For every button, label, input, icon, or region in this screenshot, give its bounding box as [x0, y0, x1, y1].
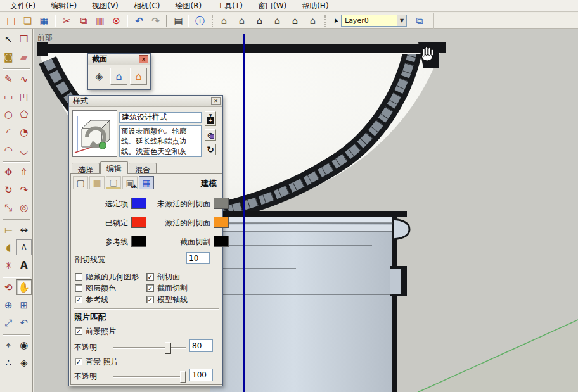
section-cut-color-swatch[interactable] [214, 236, 229, 247]
rotated-rectangle-tool[interactable]: ◳ [16, 89, 32, 104]
style-description-box[interactable]: 预设表面颜色。轮廓线、延长线和端点边线。浅蓝色天空和灰 [119, 125, 202, 157]
bg-opacity-slider-thumb[interactable] [180, 371, 186, 383]
offset-tool[interactable]: ◎ [16, 199, 32, 215]
dimension-tool[interactable]: ↔ [16, 222, 32, 237]
arc-tool[interactable]: ◜ [1, 124, 16, 140]
bg-opacity-slider-track[interactable] [113, 376, 186, 378]
cut-button[interactable]: ✂ [60, 14, 74, 28]
menu-edit[interactable]: 编辑(E) [44, 0, 83, 12]
walk-tool[interactable]: ∴ [1, 355, 16, 370]
hidden-geometry-checkbox[interactable]: 隐藏的几何图形 [75, 272, 139, 281]
tab-edit[interactable]: 编辑 [100, 161, 128, 174]
menu-view[interactable]: 视图(V) [86, 0, 125, 12]
view-right-button[interactable]: ⌂ [270, 14, 285, 28]
pan-tool[interactable]: ✋ [16, 279, 32, 295]
three-point-arc-tool[interactable]: ◡ [16, 142, 32, 158]
text-tool[interactable]: A [16, 239, 32, 255]
model-info-button[interactable]: ⓘ [193, 14, 207, 28]
follow-me-tool[interactable]: ↷ [16, 182, 32, 198]
redo-button[interactable]: ↷ [148, 14, 163, 28]
chevron-down-icon[interactable]: ▼ [397, 15, 406, 26]
3d-text-tool[interactable]: A [16, 257, 32, 273]
previous-view-tool[interactable]: ↶ [16, 315, 32, 331]
selected-color-swatch[interactable] [131, 198, 146, 209]
menu-help[interactable]: 帮助(H) [295, 0, 335, 12]
erase-button[interactable]: ⊗ [109, 14, 124, 28]
rectangle-tool[interactable]: ▭ [1, 89, 16, 104]
view-front-button[interactable]: ⌂ [252, 14, 267, 28]
two-point-arc-tool[interactable]: ◠ [1, 142, 16, 158]
circle-tool[interactable]: ○ [1, 106, 16, 122]
zoom-window-tool[interactable]: ⊞ [16, 297, 32, 313]
freehand-tool[interactable]: ∿ [16, 71, 32, 87]
inactive-section-swatch[interactable] [214, 198, 229, 209]
menu-draw[interactable]: 绘图(R) [169, 0, 209, 12]
layer-dropdown[interactable]: Layer0 ▼ [341, 15, 407, 27]
background-photo-checkbox[interactable]: ✓ 背景 照片 [75, 357, 119, 366]
print-button[interactable]: ▤ [171, 14, 186, 28]
menu-window[interactable]: 窗口(W) [252, 0, 293, 12]
close-icon[interactable]: x [139, 55, 148, 63]
save-button[interactable]: ▦ [37, 14, 51, 28]
zoom-tool[interactable]: ⊕ [1, 297, 16, 313]
new-button[interactable]: □ [4, 14, 18, 28]
view-left-button[interactable]: ⌂ [305, 14, 320, 28]
menu-tools[interactable]: 工具(T) [210, 0, 249, 12]
model-axes-checkbox[interactable]: ✓ 模型轴线 [146, 295, 188, 304]
section-cuts-checkbox[interactable]: ✓ 截面切割 [146, 284, 188, 293]
select-tool[interactable]: ↖ [1, 31, 16, 47]
tab-select[interactable]: 选择 [72, 163, 100, 174]
undo-button[interactable]: ↶ [132, 14, 146, 28]
open-button[interactable]: ❏ [20, 14, 35, 28]
locked-color-swatch[interactable] [131, 217, 146, 228]
section-plane-tool[interactable]: ◈ [16, 355, 32, 370]
protractor-tool[interactable]: ◖ [1, 239, 16, 255]
layer-manager-button[interactable]: ⧉ [412, 14, 427, 28]
color-by-layer-checkbox[interactable]: 图层颜色 [75, 284, 116, 293]
face-settings-button[interactable]: ■ [89, 176, 105, 189]
fg-opacity-slider-thumb[interactable] [165, 342, 170, 353]
rotate-tool[interactable]: ↻ [1, 182, 16, 198]
close-icon[interactable]: ✕ [211, 97, 221, 105]
axes-tool[interactable]: ✳ [1, 257, 16, 273]
display-section-planes-button[interactable]: ⌂ [110, 68, 127, 85]
position-camera-tool[interactable]: ⌖ [1, 337, 16, 353]
scale-tool[interactable]: ⤡ [1, 199, 16, 215]
zoom-extents-tool[interactable]: ⤢ [1, 315, 16, 331]
section-line-width-input[interactable] [186, 252, 210, 264]
fg-opacity-input[interactable] [189, 339, 213, 352]
bg-opacity-input[interactable] [189, 369, 213, 381]
orbit-tool[interactable]: ⟲ [1, 279, 16, 295]
push-pull-tool[interactable]: ⇧ [16, 164, 32, 180]
style-name-input[interactable] [119, 112, 202, 123]
fg-opacity-slider-track[interactable] [113, 347, 186, 349]
section-plane-button[interactable]: ◈ [91, 68, 108, 85]
move-tool[interactable]: ✥ [1, 164, 16, 180]
styles-dialog-titlebar[interactable]: 样式 ✕ [69, 96, 222, 107]
look-around-tool[interactable]: ◉ [16, 337, 32, 353]
guides-color-swatch[interactable] [131, 236, 146, 247]
menu-camera[interactable]: 相机(C) [127, 0, 167, 12]
background-settings-button[interactable]: ▢ [106, 176, 121, 189]
pie-tool[interactable]: ◔ [16, 124, 32, 140]
watermark-settings-button[interactable]: ▣ok [122, 176, 138, 189]
section-toolbar-titlebar[interactable]: 截面 x [88, 54, 150, 65]
view-iso-button[interactable]: ⌂ [217, 14, 231, 28]
eraser-tool[interactable]: ▰ [16, 49, 32, 65]
modeling-settings-button[interactable]: ▦ [139, 176, 154, 189]
create-new-style-button[interactable]: ▼ + [205, 111, 216, 126]
display-section-cuts-button[interactable]: ⌂ [130, 68, 147, 85]
style-update-cube-button[interactable]: ⊕ [205, 129, 216, 141]
style-preview-thumbnail[interactable] [72, 110, 117, 157]
section-planes-checkbox[interactable]: ✓ 剖切面 [146, 272, 180, 281]
menu-file[interactable]: 文件(F) [4, 0, 42, 12]
view-back-button[interactable]: ⌂ [288, 14, 302, 28]
line-tool[interactable]: ✎ [1, 71, 16, 87]
polygon-tool[interactable]: ⬠ [16, 106, 32, 122]
guides-checkbox[interactable]: ✓ 参考线 [75, 295, 108, 304]
refresh-style-button[interactable]: ↻ [205, 144, 216, 155]
foreground-photo-checkbox[interactable]: ✓ 前景照片 [75, 327, 116, 336]
tape-measure-tool[interactable]: ⟝ [1, 222, 16, 237]
edge-settings-button[interactable]: ▢ [73, 176, 88, 189]
view-top-button[interactable]: ⌂ [234, 14, 249, 28]
